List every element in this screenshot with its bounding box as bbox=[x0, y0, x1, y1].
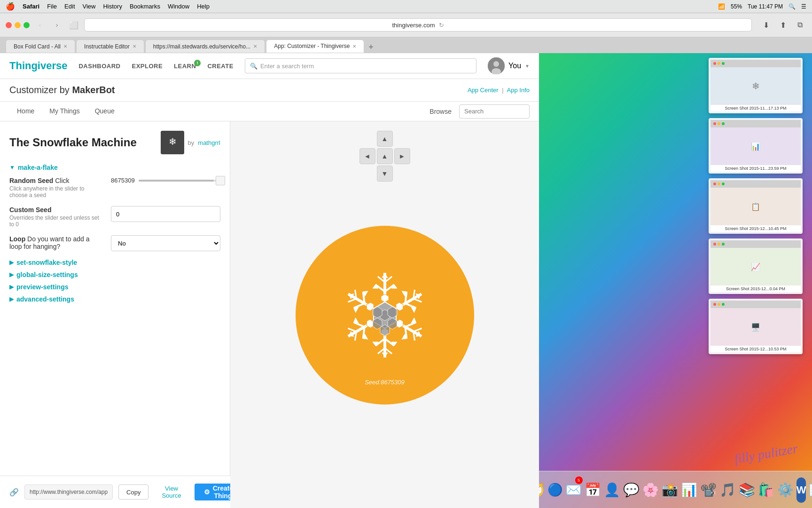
svg-marker-14 bbox=[381, 294, 389, 302]
preview-up-top-button[interactable]: ▲ bbox=[377, 131, 393, 147]
dock-contacts[interactable]: 👤 bbox=[604, 477, 620, 503]
section-global-size-settings[interactable]: ▶ global-size-settings bbox=[9, 271, 220, 278]
notification-icon[interactable]: ☰ bbox=[801, 3, 806, 10]
menu-file[interactable]: File bbox=[47, 3, 57, 10]
apple-menu-icon[interactable]: 🍎 bbox=[6, 2, 15, 11]
app-info-link[interactable]: App Info bbox=[507, 87, 530, 94]
menu-bookmarks[interactable]: Bookmarks bbox=[130, 3, 160, 10]
tab-label: https://mail.stedwards.edu/service/ho... bbox=[153, 43, 250, 50]
dock-mail[interactable]: ✉️ 5 bbox=[565, 477, 582, 503]
subnav-browse[interactable]: Browse bbox=[429, 108, 452, 115]
chevron-down-icon: ▼ bbox=[9, 164, 15, 171]
url-bar[interactable]: thingiverse.com ↻ bbox=[84, 18, 752, 32]
app-center-link[interactable]: App Center bbox=[468, 87, 499, 94]
share-button[interactable]: ⬆ bbox=[776, 18, 789, 32]
subnav-search-input[interactable] bbox=[459, 104, 530, 119]
add-tab-button[interactable]: + bbox=[365, 41, 376, 53]
nav-create[interactable]: CREATE bbox=[207, 63, 233, 70]
maximize-window-button[interactable] bbox=[23, 22, 30, 28]
screenshot-thumb-3[interactable]: 📋 Screen Shot 2015-12...10.45 PM bbox=[709, 178, 803, 234]
slider-fill bbox=[139, 180, 214, 182]
minimize-window-button[interactable] bbox=[15, 22, 21, 28]
menu-help[interactable]: Help bbox=[197, 3, 210, 10]
dock-word[interactable]: W bbox=[796, 477, 806, 503]
tab-close-icon[interactable]: ✕ bbox=[352, 44, 356, 49]
subnav-queue[interactable]: Queue bbox=[87, 102, 122, 121]
loop-select[interactable]: No Yes bbox=[111, 235, 220, 251]
by-text: by bbox=[188, 139, 195, 146]
tab-close-icon[interactable]: ✕ bbox=[253, 44, 257, 49]
section-label: advanced-settings bbox=[16, 295, 74, 303]
preview-right-button[interactable]: ► bbox=[394, 148, 410, 164]
preview-down-button[interactable]: ▼ bbox=[377, 166, 393, 182]
new-tab-button[interactable]: ⧉ bbox=[793, 18, 806, 32]
random-seed-slider[interactable]: 8675309 bbox=[111, 177, 220, 184]
tab-mail[interactable]: https://mail.stedwards.edu/service/ho...… bbox=[145, 40, 265, 53]
app-name[interactable]: Safari bbox=[23, 3, 39, 10]
dock-numbers[interactable]: 📊 bbox=[681, 477, 697, 503]
screenshot-thumb-5[interactable]: 🖥️ Screen Shot 2015-12...10.53 PM bbox=[709, 299, 803, 354]
snowflake-circle: Seed:8675309 bbox=[296, 226, 474, 405]
subnav-home[interactable]: Home bbox=[9, 102, 42, 121]
screenshot-thumb-2[interactable]: 📊 Screen Shot 2015-11...23.59 PM bbox=[709, 118, 803, 174]
tab-customizer[interactable]: App: Customizer - Thingiverse ✕ bbox=[266, 40, 364, 53]
tab-box-fold-card[interactable]: Box Fold Card - All ✕ bbox=[6, 40, 75, 53]
screenshot-thumb-1[interactable]: ❄ Screen Shot 2015-11...17.13 PM bbox=[709, 58, 803, 113]
search-icon[interactable]: 🔍 bbox=[789, 3, 796, 10]
dock-ibooks[interactable]: 📚 bbox=[739, 477, 755, 503]
section-advanced-settings[interactable]: ▶ advanced-settings bbox=[9, 295, 220, 303]
preview-left-button[interactable]: ◄ bbox=[359, 148, 375, 164]
dock-photo-booth[interactable]: 📸 bbox=[662, 477, 678, 503]
dock-chrome[interactable]: 🔵 bbox=[547, 477, 562, 503]
customizer-title: Customizer by MakerBot bbox=[9, 85, 115, 95]
back-button[interactable]: ‹ bbox=[33, 20, 47, 30]
dock-itunes[interactable]: 🎵 bbox=[719, 477, 736, 503]
browser-tabs: Box Fold Card - All ✕ Instructable Edito… bbox=[0, 37, 812, 53]
slider-track[interactable] bbox=[139, 180, 220, 182]
screenshot-thumb-4[interactable]: 📈 Screen Shot 2015-12...0.04 PM bbox=[709, 238, 803, 294]
section-make-a-flake[interactable]: ▼ make-a-flake bbox=[9, 164, 220, 171]
sub-nav: Home My Things Queue Browse bbox=[0, 102, 539, 121]
dock-system-prefs[interactable]: ⚙️ bbox=[777, 477, 794, 503]
browser-toolbar: ‹ › ⬜ thingiverse.com ↻ ⬇ ⬆ ⧉ bbox=[0, 13, 812, 37]
user-menu[interactable]: You ▼ bbox=[488, 57, 530, 74]
dock-safari[interactable]: 🧭 bbox=[539, 477, 545, 503]
dock-calendar[interactable]: 📅 bbox=[585, 477, 601, 503]
tab-close-icon[interactable]: ✕ bbox=[63, 44, 67, 49]
menu-edit[interactable]: Edit bbox=[64, 3, 75, 10]
nav-explore[interactable]: EXPLORE bbox=[132, 63, 163, 70]
app-links: App Center | App Info bbox=[468, 87, 530, 94]
copy-button[interactable]: Copy bbox=[118, 484, 148, 500]
menu-view[interactable]: View bbox=[83, 3, 96, 10]
create-thing-button[interactable]: ⚙ Create Thing bbox=[195, 484, 230, 500]
close-window-button[interactable] bbox=[6, 22, 12, 28]
subnav-my-things[interactable]: My Things bbox=[42, 102, 87, 121]
nav-learn[interactable]: LEARN ! bbox=[174, 63, 196, 70]
nav-dashboard[interactable]: DASHBOARD bbox=[78, 63, 120, 70]
menu-history[interactable]: History bbox=[103, 3, 122, 10]
section-label: make-a-flake bbox=[18, 164, 58, 171]
reload-icon[interactable]: ↻ bbox=[439, 22, 444, 29]
chevron-right-icon: ▶ bbox=[9, 259, 14, 266]
forward-button[interactable]: › bbox=[50, 20, 63, 30]
menu-window[interactable]: Window bbox=[168, 3, 189, 10]
preview-up-button[interactable]: ▲ bbox=[377, 148, 393, 164]
slider-thumb[interactable] bbox=[216, 176, 225, 185]
download-button[interactable]: ⬇ bbox=[759, 18, 773, 32]
thingiverse-logo[interactable]: Thingiverse bbox=[9, 60, 67, 72]
dock-keynote[interactable]: 📽️ bbox=[700, 477, 717, 503]
section-set-snowflake-style[interactable]: ▶ set-snowflake-style bbox=[9, 259, 220, 266]
dock-photos[interactable]: 🌸 bbox=[642, 477, 659, 503]
tab-close-icon[interactable]: ✕ bbox=[133, 44, 136, 49]
thingiverse-nav: Thingiverse DASHBOARD EXPLORE LEARN ! CR… bbox=[0, 53, 539, 79]
section-preview-settings[interactable]: ▶ preview-settings bbox=[9, 283, 220, 291]
dock-messages[interactable]: 💬 bbox=[623, 477, 640, 503]
custom-seed-input[interactable] bbox=[111, 206, 220, 222]
dock-powerpoint[interactable]: 📝 bbox=[809, 477, 812, 503]
dock-app-store[interactable]: 🛍️ bbox=[758, 477, 774, 503]
global-search-bar[interactable]: 🔍 Enter a search term bbox=[245, 58, 476, 73]
view-source-button[interactable]: View Source bbox=[154, 484, 188, 500]
author-link[interactable]: mathgrrl bbox=[198, 139, 220, 146]
sidebar-toggle-button[interactable]: ⬜ bbox=[67, 20, 80, 30]
tab-instructable-editor[interactable]: Instructable Editor ✕ bbox=[76, 40, 144, 53]
